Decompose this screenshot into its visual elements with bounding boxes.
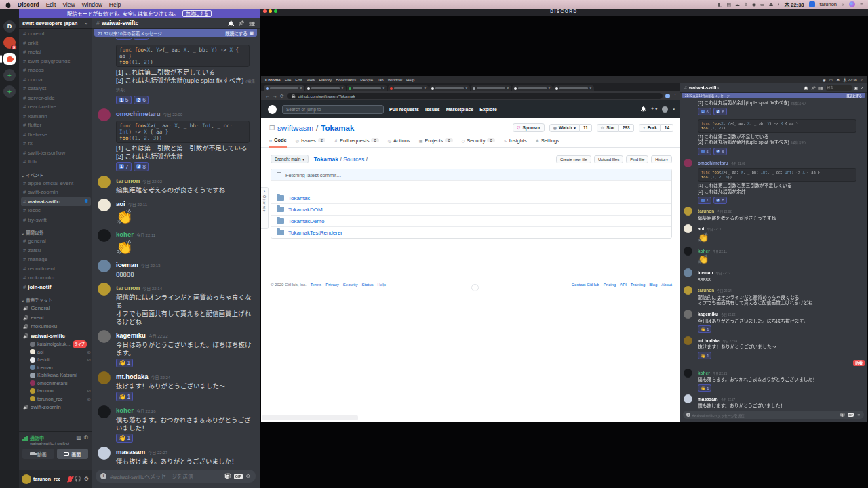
updir-row[interactable]: .. [271,180,671,192]
reaction-pill[interactable]: 26 [134,38,149,40]
avatar[interactable] [22,474,31,484]
close-tab-icon[interactable]: ✕ [382,87,385,90]
voice-member-freddi[interactable]: freddi⊘ [21,356,91,364]
avatar[interactable] [98,229,111,242]
spotlight-icon[interactable]: ⌕ [842,2,844,7]
browser-tab[interactable]: ✕ [388,85,429,92]
sidebar-item-react-native[interactable]: #react-native [21,102,91,112]
create-new-icon[interactable]: + ▾ [651,106,658,112]
sidebar-item-lldb[interactable]: #lldb [21,157,91,167]
gear-icon[interactable]: ⚙ [84,476,89,482]
browser-tab[interactable]: ✕ [264,85,304,92]
reaction-pill[interactable]: 👋1 [698,325,711,333]
close-tab-icon[interactable]: ✕ [424,87,427,90]
message-author[interactable]: tarunon [116,284,140,291]
pin-icon[interactable]: 📌 [238,20,244,26]
nav-explore[interactable]: Explore [479,107,497,112]
avatar[interactable] [98,260,111,272]
reaction-pill[interactable]: 26 [134,96,149,105]
avatar[interactable] [98,330,111,343]
close-tab-icon[interactable]: ✕ [589,87,592,90]
video-button[interactable]: 動画 [22,449,54,459]
voice-member-omochimetaru[interactable]: omochimetaru [21,380,91,388]
gif-picker-icon[interactable]: GIF [234,474,243,479]
members-icon[interactable]: 👥 [249,20,255,26]
menu-window[interactable]: Window [82,1,102,8]
forward-icon[interactable]: → [273,94,277,98]
tab-code[interactable]: ‹›Code [269,137,287,148]
sidebar-item-coreml[interactable]: #coreml [21,29,91,39]
category-other[interactable]: ⌄ 開発以外 [21,229,91,236]
fork-button[interactable]: Y Fork [639,124,661,132]
control-center-icon[interactable]: ≡ [860,2,863,7]
folder-link-tokamakdemo[interactable]: TokamakDemo [288,218,324,224]
sidebar-item-catalyst[interactable]: #catalyst [21,84,91,94]
avatar[interactable] [98,405,111,418]
avatar[interactable] [684,310,692,319]
browser-tab[interactable]: ✕ [429,85,470,92]
nav-marketplace[interactable]: Marketplace [446,107,473,112]
avatar[interactable] [98,108,111,121]
message-author[interactable]: omochimetaru [116,110,160,117]
reload-icon[interactable]: ⟳ [280,94,284,99]
watch-button[interactable]: ◉ Watch ▾ [549,124,580,132]
mute-microphone-icon[interactable] [68,476,72,482]
github-logo-icon[interactable] [268,105,277,114]
avatar[interactable] [98,447,111,460]
footer-link-security[interactable]: Security [343,283,358,287]
voice-channel-path[interactable]: waiwai-swiftc / swift-devel... [30,441,69,445]
avatar[interactable] [98,199,111,211]
sidebar-item-macos[interactable]: #macos [21,66,91,75]
reaction-pill[interactable]: 28 [134,162,149,171]
message-author[interactable]: iceman [116,261,138,268]
browser-tab[interactable]: ✕ [305,85,346,92]
nav-issues[interactable]: Issues [425,107,440,112]
sidebar-item-swift-playgrounds[interactable]: #swift-playgrounds [21,57,91,66]
footer-link-training[interactable]: Training [631,283,645,287]
disconnect-call-icon[interactable]: ✆ [84,434,88,441]
menu-view[interactable]: View [62,1,75,8]
close-tab-icon[interactable]: ✕ [300,87,302,90]
reaction-pill[interactable]: 👋1 [116,434,133,443]
sidebar-item-zatsu[interactable]: #zatsu [21,246,91,256]
footer-link-terms[interactable]: Terms [311,283,321,287]
reaction-pill[interactable]: 26 [713,108,727,115]
cloud-icon[interactable]: ☁ [735,2,740,7]
menu-bar-user[interactable]: tarunon [820,1,837,7]
server-icon-unread[interactable]: 9 [3,37,16,49]
message-author[interactable]: koher [116,230,134,238]
stream-scrubber[interactable] [262,415,358,420]
avatar[interactable] [684,369,692,378]
table-row[interactable]: Tokamak [271,192,671,203]
avatar[interactable] [684,336,692,345]
sidebar-item-manage[interactable]: #manage [21,255,91,264]
message-author[interactable]: masasam [698,396,718,401]
close-tab-icon[interactable]: ✕ [465,87,468,90]
sponsor-button[interactable]: ♡ Sponsor [513,123,545,132]
emoji-picker-icon[interactable]: ☺ [245,473,251,479]
menu-bar-app-icon[interactable] [809,1,815,7]
explore-servers-button[interactable]: ✦ [3,85,16,98]
footer-link-blog[interactable]: Blog [649,283,657,287]
github-search-input[interactable]: Search or jump to [282,105,384,114]
create-new-file-button[interactable]: Create new file [556,155,591,163]
message-author[interactable]: tarunon [698,209,714,214]
message-author[interactable]: omochimetaru [698,161,728,165]
folder-link-tokamak[interactable]: Tokamak [288,195,310,201]
message-author[interactable]: kagemiku [698,312,718,317]
eject-icon[interactable]: ⏏ [769,2,774,7]
message-author[interactable]: koher [116,407,134,414]
voice-channel-General[interactable]: 🔊General [21,304,91,313]
watch-count[interactable]: 11 [580,124,592,132]
repo-owner-link[interactable]: swiftwasm [277,124,313,132]
voice-member-Kishikawa-Katsumi[interactable]: Kishikawa Katsumi [21,371,91,380]
voice-channel-mokumoku[interactable]: 🔊mokumoku [21,322,91,331]
menu-discord[interactable]: Discord [18,1,39,8]
avatar[interactable] [684,247,692,256]
tab-settings[interactable]: ✻Settings [536,137,559,147]
reaction-pill[interactable]: 26 [713,148,727,155]
avatar[interactable] [684,159,692,167]
tab-projects[interactable]: ▦Projects0 [419,137,453,147]
message-author[interactable]: masasam [116,448,145,455]
soundboard-icon[interactable]: ▥ [77,434,81,441]
